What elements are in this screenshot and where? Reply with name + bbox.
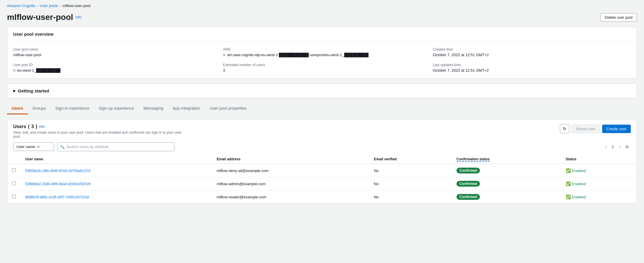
row-status-2: ✅ Enabled — [561, 190, 637, 204]
copy-icon-pool-id[interactable]: ⧉ — [13, 68, 16, 72]
overview-created-time-value: October 7, 2022 at 12:51 GMT+2 — [433, 53, 631, 57]
users-title-group: Users (3) Info View, edit, and create us… — [13, 124, 189, 139]
copy-icon-arn[interactable]: ⧉ — [223, 53, 225, 57]
tab-signin[interactable]: Sign-in experience — [51, 103, 94, 114]
breadcrumb-sep-2: › — [60, 4, 61, 8]
overview-arn-text: arn:aws:cognito-idp:eu-west-1:██████████… — [227, 53, 369, 57]
row-username-0: 53659a1b-18fa-4840-87e8-1b754a8137cf — [21, 164, 212, 177]
row-email-verified-1: No — [369, 177, 452, 190]
check-circle-icon-0: ✅ — [566, 168, 571, 173]
row-confirmation-2: Confirmed — [452, 190, 561, 204]
user-link-2[interactable]: 8fd89c5f-d66c-41d5-92f7-7e50c2d7153d — [25, 195, 89, 199]
page-info-button[interactable]: Info — [76, 15, 81, 19]
users-count-num: 3 — [31, 124, 34, 129]
overview-card-body: User pool name mlflow-user-pool ARN ⧉ ar… — [7, 42, 637, 78]
filter-select[interactable]: User name ▼ — [13, 142, 54, 151]
overview-grid: User pool name mlflow-user-pool ARN ⧉ ar… — [13, 47, 631, 73]
col-email-verified-header: Email verified — [369, 155, 452, 164]
tab-messaging[interactable]: Messaging — [139, 103, 168, 114]
row-checkbox-2[interactable] — [7, 190, 21, 204]
users-info-button[interactable]: Info — [39, 125, 45, 129]
table-row: 5398dde2-23d0-46f6-9da4-d2401ef2d7e9 mlf… — [7, 177, 637, 190]
status-enabled-1: ✅ Enabled — [566, 181, 632, 186]
confirmed-badge-2: Confirmed — [456, 194, 480, 200]
table-header-row: User name Email address Email verified C… — [7, 155, 637, 164]
page-title-group: mlflow-user-pool Info — [7, 13, 81, 22]
getting-started-card: ▶ Getting started — [7, 83, 637, 98]
overview-updated-time-label: Last updated time — [433, 63, 631, 67]
status-enabled-0: ✅ Enabled — [566, 168, 632, 173]
users-count-close: ) — [36, 124, 37, 129]
table-row: 53659a1b-18fa-4840-87e8-1b754a8137cf mlf… — [7, 164, 637, 177]
filter-label: User name — [16, 145, 35, 149]
users-table: User name Email address Email verified C… — [7, 155, 637, 203]
users-card: Users (3) Info View, edit, and create us… — [7, 119, 637, 204]
overview-arn-label: ARN — [223, 47, 421, 51]
users-actions: ↻ Delete user Create user — [560, 124, 631, 133]
prev-page-button[interactable]: ‹ — [603, 143, 608, 150]
next-page-button[interactable]: › — [617, 143, 622, 150]
row-checkbox-1[interactable] — [7, 177, 21, 190]
overview-updated-time-value: October 7, 2022 at 12:51 GMT+2 — [433, 68, 631, 73]
user-checkbox-1[interactable] — [12, 181, 16, 185]
refresh-button[interactable]: ↻ — [560, 124, 569, 133]
status-enabled-2: ✅ Enabled — [566, 195, 632, 199]
delete-user-pool-button[interactable]: Delete user pool — [600, 13, 637, 22]
row-confirmation-1: Confirmed — [452, 177, 561, 190]
col-status-header: Status — [561, 155, 637, 164]
breadcrumb: Amazon Cognito › User pools › mlflow-use… — [0, 0, 644, 11]
confirmed-badge-0: Confirmed — [456, 168, 480, 173]
tab-groups[interactable]: Groups — [28, 103, 51, 114]
overview-pool-id-value: ⧉ eu-west-1_█████████ — [13, 68, 211, 73]
overview-card: User pool overview User pool name mlflow… — [7, 27, 637, 79]
tab-users[interactable]: Users — [7, 103, 28, 114]
overview-arn: ARN ⧉ arn:aws:cognito-idp:eu-west-1:████… — [223, 47, 421, 57]
tab-signup[interactable]: Sign-up experience — [94, 103, 139, 114]
breadcrumb-amazon-cognito[interactable]: Amazon Cognito — [7, 4, 35, 8]
check-circle-icon-2: ✅ — [566, 195, 571, 199]
create-user-button[interactable]: Create user — [602, 125, 631, 133]
overview-pool-name: User pool name mlflow-user-pool — [13, 47, 211, 57]
row-username-1: 5398dde2-23d0-46f6-9da4-d2401ef2d7e9 — [21, 177, 212, 190]
search-input[interactable] — [57, 142, 174, 151]
table-settings-button[interactable]: ⚙ — [623, 143, 631, 150]
overview-pool-name-label: User pool name — [13, 47, 211, 51]
col-checkbox — [7, 155, 21, 164]
delete-user-button[interactable]: Delete user — [572, 125, 600, 133]
row-username-2: 8fd89c5f-d66c-41d5-92f7-7e50c2d7153d — [21, 190, 212, 204]
getting-started-header[interactable]: ▶ Getting started — [7, 84, 637, 98]
row-email-1: mlflow-admin@example.com — [212, 177, 369, 190]
overview-created-time-label: Created time — [433, 47, 631, 51]
table-row: 8fd89c5f-d66c-41d5-92f7-7e50c2d7153d mlf… — [7, 190, 637, 204]
user-checkbox-0[interactable] — [12, 168, 16, 172]
row-email-verified-0: No — [369, 164, 452, 177]
overview-card-header: User pool overview — [7, 27, 637, 42]
users-card-header: Users (3) Info View, edit, and create us… — [7, 119, 637, 142]
breadcrumb-current: mlflow-user-pool — [63, 4, 91, 8]
row-email-0: mlflow-deny-all@example.com — [212, 164, 369, 177]
row-status-1: ✅ Enabled — [561, 177, 637, 190]
chevron-right-icon: ▶ — [13, 89, 16, 93]
confirmation-status-label: Confirmation status — [456, 157, 490, 162]
pagination-wrap: ‹ 1 › ⚙ — [603, 143, 631, 150]
user-checkbox-2[interactable] — [12, 195, 16, 198]
row-email-2: mlflow-reader@example.com — [212, 190, 369, 204]
overview-pool-id-label: User pool ID — [13, 63, 211, 67]
col-confirmation-header: Confirmation status — [452, 155, 561, 164]
overview-pool-id: User pool ID ⧉ eu-west-1_█████████ — [13, 63, 211, 73]
user-link-1[interactable]: 5398dde2-23d0-46f6-9da4-d2401ef2d7e9 — [25, 182, 91, 186]
row-checkbox-0[interactable] — [7, 164, 21, 177]
breadcrumb-user-pools[interactable]: User pools — [40, 4, 58, 8]
search-bar: User name ▼ 🔍 ‹ 1 › ⚙ — [7, 142, 637, 155]
row-email-verified-2: No — [369, 190, 452, 204]
tab-pool-properties[interactable]: User pool properties — [205, 103, 251, 114]
page-title: mlflow-user-pool — [7, 13, 73, 22]
users-count: ( — [28, 124, 29, 129]
users-title-text: Users — [13, 124, 26, 129]
overview-arn-value: ⧉ arn:aws:cognito-idp:eu-west-1:████████… — [223, 53, 421, 57]
col-email-header: Email address — [212, 155, 369, 164]
row-confirmation-0: Confirmed — [452, 164, 561, 177]
overview-created-time: Created time October 7, 2022 at 12:51 GM… — [433, 47, 631, 57]
tab-app-integration[interactable]: App integration — [168, 103, 205, 114]
user-link-0[interactable]: 53659a1b-18fa-4840-87e8-1b754a8137cf — [25, 169, 90, 173]
